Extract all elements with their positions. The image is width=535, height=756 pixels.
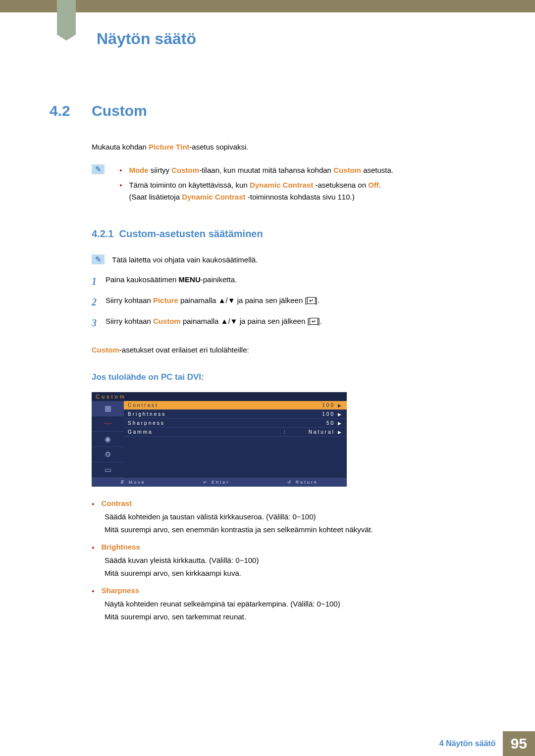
note-icon: ✎ xyxy=(92,164,105,174)
step-number: 3 xyxy=(92,316,106,330)
chevron-right-icon: ▶ xyxy=(338,430,343,435)
chevron-right-icon: ▶ xyxy=(338,421,343,426)
note-icon: ✎ xyxy=(92,254,105,264)
note-item: ● Tämä toiminto on käytettävissä, kun Dy… xyxy=(119,179,485,203)
list-item: ● Contrast xyxy=(92,499,485,507)
desc-body: Säädä kohteiden ja taustan välistä kirkk… xyxy=(105,510,485,536)
osd-footer: ⇵ Move ↵ Enter ↺ Return xyxy=(92,478,347,487)
top-bar xyxy=(0,0,535,12)
step-number: 1 xyxy=(92,274,106,288)
enter-icon: ↵ xyxy=(307,297,316,304)
up-down-icon: ▲/▼ xyxy=(221,317,238,325)
chapter-title: Näytön säätö xyxy=(97,30,485,48)
osd-main: Contrast 100 ▶ Brightness 100 ▶ Sharpnes… xyxy=(124,401,347,478)
list-item: ● Brightness xyxy=(92,543,485,551)
bullet-icon: ● xyxy=(92,545,94,551)
osd-tab-setup-icon: ◉ xyxy=(92,432,124,447)
desc-body: Säädä kuvan yleistä kirkkautta. (Välillä… xyxy=(105,554,485,579)
page-number: 95 xyxy=(503,731,535,756)
step-1: 1 Paina kaukosäätimen MENU-painiketta. xyxy=(92,274,485,288)
footer-chapter: 4 Näytön säätö xyxy=(439,739,496,748)
section-title: Custom xyxy=(92,102,147,119)
osd-title: Custom xyxy=(92,392,347,401)
osd-row-brightness: Brightness 100 ▶ xyxy=(124,410,347,419)
osd-sidebar: ▦ 〰 ◉ ⚙ ▭ xyxy=(92,401,124,478)
osd-tab-picture-icon: ▦ xyxy=(92,401,124,416)
enter-icon: ↵ xyxy=(203,480,209,485)
chevron-right-icon: ▶ xyxy=(338,403,343,408)
osd-tab-sound-icon: 〰 xyxy=(92,416,124,432)
osd-row-sharpness: Sharpness 50 ▶ xyxy=(124,419,347,428)
desc-title-brightness: Brightness xyxy=(101,543,140,551)
osd-tab-multi-icon: ▭ xyxy=(92,462,124,478)
step-3: 3 Siirry kohtaan Custom painamalla ▲/▼ j… xyxy=(92,316,485,330)
note-block-1: ✎ ● Mode siirtyy Custom-tilaan, kun muut… xyxy=(92,164,485,206)
desc-body: Näytä kohteiden reunat selkeämpinä tai e… xyxy=(105,598,485,623)
page-footer: 4 Näytön säätö 95 xyxy=(0,731,535,756)
osd-menu: Custom ▦ 〰 ◉ ⚙ ▭ Contrast 100 ▶ xyxy=(92,392,347,487)
enter-icon: ↵ xyxy=(310,318,318,325)
chevron-right-icon: ▶ xyxy=(338,412,343,417)
paragraph: Custom-asetukset ovat erilaiset eri tulo… xyxy=(92,345,485,355)
osd-row-gamma: Gamma : Natural ▶ xyxy=(124,428,347,437)
step-number: 2 xyxy=(92,295,106,309)
bullet-icon: ● xyxy=(92,589,94,595)
intro-paragraph: Mukauta kohdan Picture Tint-asetus sopiv… xyxy=(92,142,485,152)
move-icon: ⇵ xyxy=(120,480,126,485)
bullet-icon: ● xyxy=(119,182,122,203)
bullet-icon: ● xyxy=(119,167,122,176)
chapter-marker xyxy=(57,0,76,35)
bullet-icon: ● xyxy=(92,502,94,507)
subsection-heading: 4.2.1 Custom-asetusten säätäminen xyxy=(92,228,485,240)
desc-title-contrast: Contrast xyxy=(101,499,132,507)
step-2: 2 Siirry kohtaan Picture painamalla ▲/▼ … xyxy=(92,295,485,309)
return-icon: ↺ xyxy=(287,480,293,485)
note-item: ● Mode siirtyy Custom-tilaan, kun muutat… xyxy=(119,164,485,176)
sub-heading: Jos tulolähde on PC tai DVI: xyxy=(92,372,485,382)
up-down-icon: ▲/▼ xyxy=(218,296,235,304)
osd-tab-option-icon: ⚙ xyxy=(92,447,124,462)
list-item: ● Sharpness xyxy=(92,586,485,595)
desc-title-sharpness: Sharpness xyxy=(101,586,139,595)
osd-row-contrast: Contrast 100 ▶ xyxy=(124,401,347,410)
note-inline: ✎ Tätä laitetta voi ohjata vain kaukosää… xyxy=(92,254,485,264)
section-number: 4.2 xyxy=(50,102,92,119)
